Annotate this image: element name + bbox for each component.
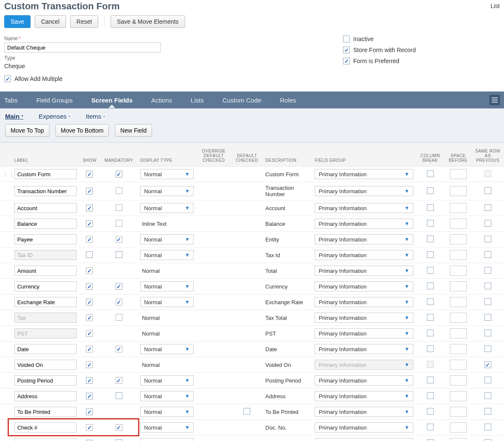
table-row[interactable]: NormalVoided OnPrimary Information▼ — [0, 357, 504, 373]
column-break-checkbox[interactable] — [427, 251, 434, 258]
label-input[interactable] — [14, 250, 77, 260]
same-row-checkbox[interactable] — [485, 220, 491, 227]
label-input[interactable] — [14, 422, 77, 433]
mandatory-checkbox[interactable] — [116, 236, 122, 243]
field-group-select[interactable]: Primary Information▼ — [315, 169, 413, 179]
table-row[interactable]: Normal▼Exchange RatePrimary Information▼ — [0, 294, 504, 310]
field-group-select[interactable]: Primary Information▼ — [315, 407, 413, 417]
label-input[interactable] — [14, 281, 77, 291]
field-group-select[interactable]: Primary Information▼ — [315, 234, 413, 244]
column-break-checkbox[interactable] — [427, 377, 434, 383]
label-input[interactable] — [14, 360, 77, 370]
column-break-checkbox[interactable] — [427, 392, 434, 399]
mandatory-checkbox[interactable] — [116, 187, 122, 194]
space-before-input[interactable] — [450, 391, 467, 401]
column-break-checkbox[interactable] — [427, 314, 434, 321]
same-row-checkbox[interactable] — [485, 267, 491, 274]
label-input[interactable] — [14, 438, 77, 441]
table-row[interactable]: Normal▼Transaction NumberPrimary Informa… — [0, 182, 504, 200]
label-input[interactable] — [14, 169, 77, 179]
column-break-checkbox[interactable] — [427, 283, 434, 289]
table-row[interactable]: Normal▼Doc. No.Primary Information▼ — [0, 420, 504, 435]
display-type-select[interactable]: Normal▼ — [140, 391, 194, 401]
mandatory-checkbox[interactable] — [116, 204, 122, 211]
tab-roles[interactable]: Roles — [280, 97, 296, 104]
show-checkbox[interactable] — [86, 377, 93, 384]
table-row[interactable]: NormalTax TotalPrimary Information▼ — [0, 310, 504, 326]
same-row-checkbox[interactable] — [485, 377, 491, 383]
mandatory-checkbox[interactable] — [116, 251, 122, 258]
field-group-select[interactable]: Primary Information▼ — [315, 375, 413, 386]
show-checkbox[interactable] — [86, 408, 93, 415]
column-break-checkbox[interactable] — [427, 170, 434, 177]
field-group-select[interactable]: Primary Information▼ — [315, 297, 413, 307]
mandatory-checkbox[interactable] — [116, 283, 122, 290]
column-break-checkbox[interactable] — [427, 439, 434, 441]
save-button[interactable]: Save — [4, 15, 30, 28]
mandatory-checkbox[interactable] — [116, 314, 122, 321]
field-group-select[interactable]: Primary Information▼ — [315, 344, 413, 354]
field-group-select[interactable]: Primary Information▼ — [315, 266, 413, 276]
same-row-checkbox[interactable] — [485, 187, 491, 194]
same-row-checkbox[interactable] — [485, 392, 491, 399]
allow-add-multiple-checkbox[interactable] — [4, 75, 11, 82]
column-break-checkbox[interactable] — [427, 424, 434, 430]
table-row[interactable]: NormalPSTPrimary Information▼ — [0, 326, 504, 341]
show-checkbox[interactable] — [86, 171, 93, 178]
label-input[interactable] — [14, 391, 77, 401]
show-checkbox[interactable] — [86, 205, 93, 211]
column-break-checkbox[interactable] — [427, 187, 434, 194]
display-type-select[interactable]: Normal▼ — [140, 250, 194, 260]
same-row-checkbox[interactable] — [485, 424, 491, 430]
field-group-select[interactable]: Primary Information▼ — [315, 219, 413, 229]
display-type-select[interactable]: Normal▼ — [140, 407, 194, 417]
label-input[interactable] — [14, 344, 77, 354]
move-top-button[interactable]: Move To Top — [5, 124, 50, 137]
same-row-checkbox[interactable] — [485, 330, 491, 336]
field-group-select[interactable]: Primary Information▼ — [315, 203, 413, 213]
space-before-input[interactable] — [450, 297, 467, 307]
same-row-checkbox[interactable] — [485, 408, 491, 415]
mandatory-checkbox[interactable] — [116, 171, 122, 178]
field-group-select[interactable]: Primary Information▼ — [315, 438, 413, 441]
name-input[interactable] — [4, 42, 161, 53]
show-checkbox[interactable] — [86, 188, 93, 194]
space-before-input[interactable] — [450, 375, 467, 386]
table-row[interactable]: Inline TextBalancePrimary Information▼ — [0, 216, 504, 232]
space-before-input[interactable] — [450, 360, 467, 370]
same-row-checkbox[interactable] — [485, 298, 491, 305]
table-row[interactable]: Normal▼AccountPrimary Information▼ — [0, 200, 504, 216]
show-checkbox[interactable] — [86, 283, 93, 290]
table-row[interactable]: Normal▼CurrencyPrimary Information▼ — [0, 279, 504, 294]
column-break-checkbox[interactable] — [427, 267, 434, 274]
space-before-input[interactable] — [450, 266, 467, 276]
show-checkbox[interactable] — [86, 330, 93, 337]
table-row[interactable]: Normal▼Tax IdPrimary Information▼ — [0, 247, 504, 263]
space-before-input[interactable] — [450, 169, 467, 179]
mandatory-checkbox[interactable] — [116, 377, 122, 384]
display-type-select[interactable]: Normal▼ — [140, 169, 194, 179]
space-before-input[interactable] — [450, 186, 467, 196]
field-group-select[interactable]: Primary Information▼ — [315, 328, 413, 338]
table-row[interactable]: ⋮⋮Normal▼Custom FormPrimary Information▼ — [0, 166, 504, 182]
space-before-input[interactable] — [450, 281, 467, 291]
label-input[interactable] — [14, 313, 77, 323]
display-type-select[interactable]: Normal▼ — [140, 186, 194, 196]
tab-custom-code[interactable]: Custom Code — [222, 97, 261, 104]
same-row-checkbox[interactable] — [485, 439, 491, 441]
mandatory-checkbox[interactable] — [116, 299, 122, 305]
space-before-input[interactable] — [450, 344, 467, 354]
same-row-checkbox[interactable] — [485, 283, 491, 289]
show-checkbox[interactable] — [86, 346, 93, 352]
inactive-checkbox[interactable] — [343, 36, 350, 42]
menu-icon[interactable] — [490, 95, 500, 105]
column-break-checkbox[interactable] — [427, 408, 434, 415]
field-group-select[interactable]: Primary Information▼ — [315, 186, 413, 196]
store-form-checkbox[interactable] — [343, 47, 350, 53]
preferred-checkbox[interactable] — [343, 58, 350, 64]
column-break-checkbox[interactable] — [427, 204, 434, 211]
mandatory-checkbox[interactable] — [116, 220, 122, 227]
display-type-select[interactable]: Normal▼ — [140, 438, 194, 441]
label-input[interactable] — [14, 266, 77, 276]
show-checkbox[interactable] — [86, 424, 93, 431]
